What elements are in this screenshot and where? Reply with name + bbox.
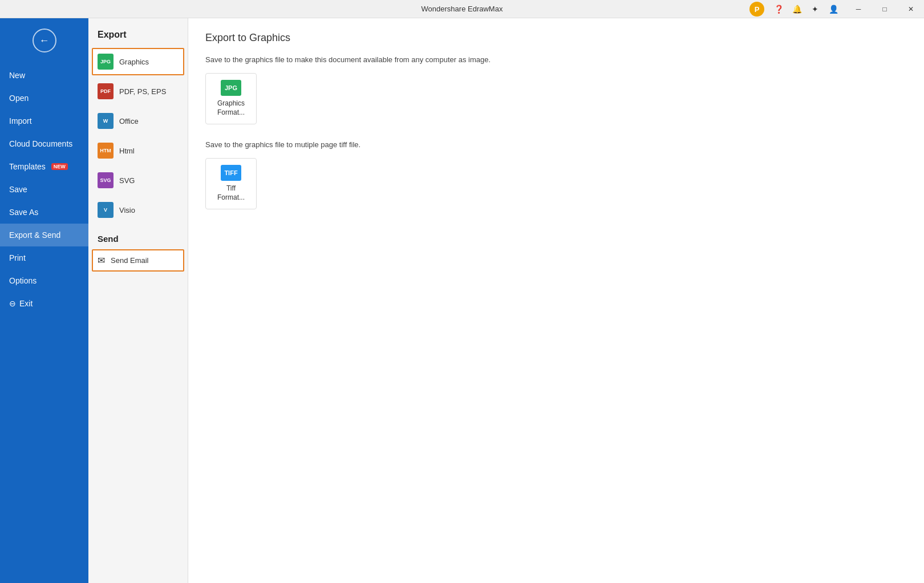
send-section-title: Send (88, 225, 188, 248)
section2-desc: Save to the graphics file to mutiple pag… (205, 140, 907, 149)
export-item-label: Office (119, 117, 139, 125)
sidebar-item-cloud-documents[interactable]: Cloud Documents (0, 132, 88, 155)
export-item-label: Graphics (119, 58, 149, 66)
sidebar-item-label: Export & Send (9, 230, 60, 240)
titlebar-icons: P ❓ 🔔 ✦ 👤 (749, 2, 840, 17)
sidebar-item-label: Cloud Documents (9, 139, 72, 148)
pdf-icon: PDF (98, 83, 114, 99)
sidebar-item-label: Save (9, 185, 27, 194)
help-icon[interactable]: ❓ (772, 3, 785, 15)
sidebar: ← New Open Import Cloud Documents Templa… (0, 18, 88, 583)
sidebar-item-save-as[interactable]: Save As (0, 201, 88, 224)
exit-icon: ⊖ (9, 299, 16, 308)
graphics-format-label: GraphicsFormat... (217, 99, 245, 117)
content-title: Export to Graphics (205, 32, 907, 44)
sidebar-item-label: Open (9, 94, 29, 103)
send-item-email[interactable]: ✉ Send Email (92, 249, 184, 272)
sidebar-item-open[interactable]: Open (0, 87, 88, 110)
export-item-office[interactable]: W Office (88, 106, 188, 136)
back-button[interactable]: ← (33, 29, 56, 52)
titlebar: Wondershare EdrawMax P ❓ 🔔 ✦ 👤 ─ □ ✕ (0, 0, 924, 18)
tiff-card-icon: TIFF (221, 165, 241, 181)
user-icon[interactable]: 👤 (827, 3, 840, 15)
sidebar-item-templates[interactable]: Templates NEW (0, 155, 88, 178)
bell-icon[interactable]: 🔔 (791, 3, 803, 15)
section1-desc: Save to the graphics file to make this d… (205, 55, 907, 64)
profile-icon[interactable]: P (749, 2, 764, 17)
export-item-label: Visio (119, 206, 135, 214)
format-cards-row1: JPG GraphicsFormat... (205, 73, 907, 124)
send-item-label: Send Email (111, 256, 148, 265)
new-badge: NEW (51, 163, 68, 170)
sidebar-item-label: Print (9, 253, 26, 262)
export-item-label: PDF, PS, EPS (119, 87, 166, 96)
close-button[interactable]: ✕ (898, 0, 924, 18)
tiff-format-label: TiffFormat... (217, 184, 245, 202)
office-icon: W (98, 113, 114, 129)
sidebar-item-export-send[interactable]: Export & Send (0, 224, 88, 246)
export-item-label: Html (119, 147, 135, 155)
html-icon: HTM (98, 143, 114, 159)
sidebar-item-label: Save As (9, 208, 38, 217)
sidebar-item-print[interactable]: Print (0, 246, 88, 269)
export-section-title: Export (88, 18, 188, 47)
export-panel: Export JPG Graphics PDF PDF, PS, EPS W O… (88, 18, 188, 583)
app-title: Wondershare EdrawMax (422, 5, 503, 13)
tiff-format-card[interactable]: TIFF TiffFormat... (205, 158, 257, 209)
settings-icon[interactable]: ✦ (809, 3, 821, 15)
export-item-label: SVG (119, 176, 135, 185)
sidebar-item-exit[interactable]: ⊖ Exit (0, 292, 88, 315)
svg-icon: SVG (98, 172, 114, 188)
sidebar-item-label: Options (9, 276, 37, 285)
maximize-button[interactable]: □ (872, 0, 898, 18)
sidebar-item-label: Exit (19, 299, 33, 308)
sidebar-item-label: New (9, 71, 25, 80)
export-item-graphics[interactable]: JPG Graphics (92, 48, 184, 75)
export-item-pdf[interactable]: PDF PDF, PS, EPS (88, 76, 188, 106)
sidebar-item-import[interactable]: Import (0, 110, 88, 132)
minimize-button[interactable]: ─ (845, 0, 872, 18)
sidebar-item-options[interactable]: Options (0, 269, 88, 292)
export-item-html[interactable]: HTM Html (88, 136, 188, 165)
export-item-svg[interactable]: SVG SVG (88, 165, 188, 195)
sidebar-item-label: Templates (9, 162, 46, 171)
graphics-format-card[interactable]: JPG GraphicsFormat... (205, 73, 257, 124)
jpg-card-icon: JPG (221, 80, 241, 96)
export-item-visio[interactable]: V Visio (88, 195, 188, 225)
jpg-icon: JPG (98, 54, 114, 70)
format-cards-row2: TIFF TiffFormat... (205, 158, 907, 209)
app-container: ← New Open Import Cloud Documents Templa… (0, 18, 924, 583)
sidebar-item-save[interactable]: Save (0, 178, 88, 201)
main-content: Export to Graphics Save to the graphics … (188, 18, 924, 583)
visio-icon: V (98, 202, 114, 218)
titlebar-controls: P ❓ 🔔 ✦ 👤 ─ □ ✕ (749, 0, 924, 18)
sidebar-item-label: Import (9, 116, 32, 125)
email-icon: ✉ (98, 255, 105, 266)
sidebar-item-new[interactable]: New (0, 64, 88, 87)
